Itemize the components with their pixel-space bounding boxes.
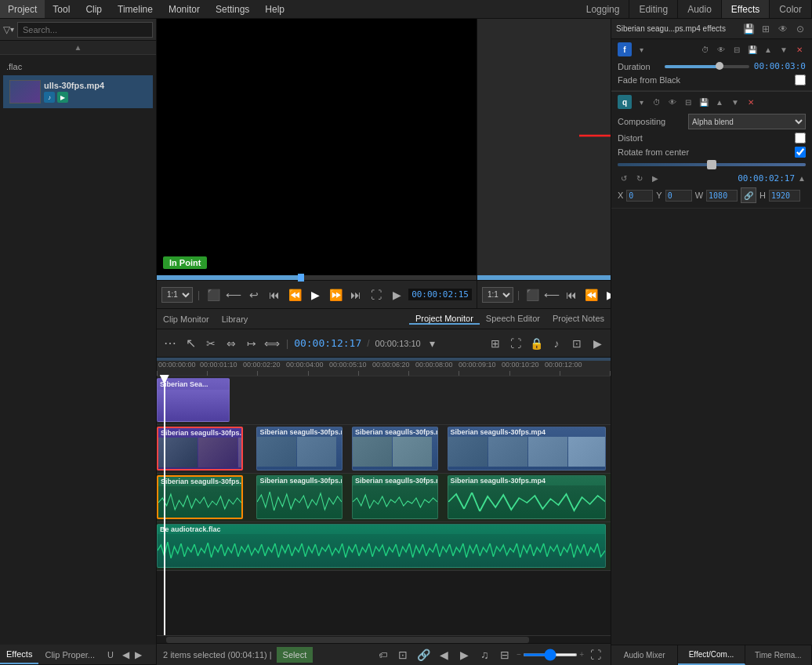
fade-from-black-checkbox[interactable] — [795, 74, 806, 85]
clip-a1-1[interactable]: Siberian seagulls-30fps.mp4 — [157, 475, 243, 519]
transform-timecode-up[interactable]: ▲ — [798, 174, 806, 183]
y-input[interactable] — [665, 190, 692, 202]
timeline-snap-btn[interactable]: ⋯ — [161, 335, 179, 352]
list-item[interactable]: ulls-30fps.mp4 ♪ ▶ — [3, 75, 153, 108]
timeline-cut-btn[interactable]: ✂ — [202, 335, 219, 352]
arrow-l-btn[interactable]: ◀ — [435, 646, 452, 663]
effects-layout-btn[interactable]: ⊞ — [759, 22, 773, 36]
timeline-time-dropdown[interactable]: ▾ — [424, 335, 441, 352]
transform-rotate-cw[interactable]: ↻ — [633, 172, 646, 184]
effects-eye-btn[interactable]: 👁 — [776, 22, 790, 36]
clip-ctrl-2[interactable]: ⟵ — [225, 286, 242, 303]
tab-nav-left[interactable]: ◀ — [120, 645, 132, 664]
search-input[interactable] — [17, 22, 153, 38]
clip-v1-3[interactable]: Siberian seagulls-30fps.mp4 — [352, 427, 438, 471]
menu-timeline[interactable]: Timeline — [110, 0, 161, 18]
clip-progress-thumb[interactable] — [298, 274, 304, 282]
filter-icon[interactable]: ▽ — [3, 24, 10, 35]
transform-dropdown-btn[interactable]: ▾ — [635, 96, 647, 108]
tab-project-monitor[interactable]: Project Monitor — [409, 314, 480, 325]
tab-library[interactable]: Library — [216, 309, 255, 329]
transform-delete-btn[interactable]: ✕ — [745, 96, 757, 108]
menu-settings[interactable]: Settings — [208, 0, 257, 18]
clip-a1-4[interactable]: Siberian seagulls-30fps.mp4 — [448, 475, 607, 519]
clip-prev-frame-btn[interactable]: ⏪ — [286, 286, 303, 303]
menu-monitor[interactable]: Monitor — [161, 0, 208, 18]
transform-clock-btn[interactable]: ⏱ — [651, 96, 663, 108]
clip-fullscreen-btn[interactable]: ⛶ — [368, 286, 385, 303]
fit-btn[interactable]: ⛶ — [587, 646, 604, 663]
menu-help[interactable]: Help — [257, 0, 292, 18]
fade-delete-btn[interactable]: ✕ — [793, 43, 806, 56]
tab-u[interactable]: U — [101, 645, 120, 664]
workspace-tab-effects[interactable]: Effects — [722, 0, 770, 18]
clip-monitor-progress[interactable] — [157, 275, 477, 280]
tag-btn[interactable]: 🏷 — [374, 646, 391, 663]
clip-zoom-select[interactable]: 1:11:22:1 — [161, 287, 193, 303]
fade-eye-btn[interactable]: 👁 — [715, 43, 727, 56]
clip-more-btn[interactable]: ▶ — [388, 286, 405, 303]
rotate-checkbox[interactable] — [795, 147, 806, 158]
menu-clip[interactable]: Clip — [78, 0, 110, 18]
zoom-slider-container[interactable]: − + — [517, 650, 584, 659]
fade-save-btn[interactable]: 💾 — [746, 43, 759, 56]
clip-rewind-btn[interactable]: ⏮ — [266, 286, 283, 303]
clip-v1-1[interactable]: Siberian seagulls-30fps.mp4 — [157, 427, 243, 471]
transform-play-btn[interactable]: ▶ — [649, 172, 662, 184]
h-input[interactable] — [769, 190, 800, 202]
transform-down-btn[interactable]: ▼ — [729, 96, 741, 108]
clip-v2-1[interactable]: Siberian Sea... — [157, 378, 230, 422]
clip-ctrl-3[interactable]: ↩ — [245, 286, 263, 303]
duration-slider-thumb[interactable] — [716, 62, 723, 70]
duration-slider[interactable] — [665, 65, 749, 68]
proj-rewind-btn[interactable]: ⏮ — [563, 286, 580, 303]
tab-time-rema[interactable]: Time Rema... — [745, 645, 812, 665]
filter-dropdown-icon[interactable]: ▾ — [10, 25, 14, 34]
timeline-lock-btn[interactable]: 🔒 — [527, 335, 545, 352]
transform-effect-icon[interactable]: q — [618, 95, 632, 109]
scroll-up-btn[interactable]: ▲ — [0, 41, 156, 55]
list-item[interactable]: .flac — [3, 58, 153, 75]
fade-dropdown-btn[interactable]: ▾ — [635, 43, 647, 56]
proj-ctrl-2[interactable]: ⟵ — [543, 286, 560, 303]
transform-up-btn[interactable]: ▲ — [713, 96, 726, 108]
timeline-scrollbar[interactable] — [157, 635, 611, 643]
fade-up-btn[interactable]: ▲ — [762, 43, 774, 56]
fade-effect-icon[interactable]: f — [618, 42, 632, 56]
tab-project-notes[interactable]: Project Notes — [546, 314, 611, 323]
w-input[interactable] — [706, 190, 738, 202]
zoom-slider[interactable] — [523, 653, 578, 656]
fade-clock-btn[interactable]: ⏱ — [699, 43, 712, 56]
timeline-slip-btn[interactable]: ↦ — [243, 335, 260, 352]
clip-a1-3[interactable]: Siberian seagulls-30fps.mp4 — [352, 475, 438, 519]
workspace-tab-audio[interactable]: Audio — [678, 0, 722, 18]
clip-v1-4[interactable]: Siberian seagulls-30fps.mp4 — [448, 427, 607, 471]
tab-audio-mixer[interactable]: Audio Mixer — [611, 645, 678, 665]
effects-save-btn[interactable]: 💾 — [741, 22, 756, 36]
h-slider-thumb[interactable] — [707, 160, 716, 169]
proj-play-btn[interactable]: ▶ — [602, 286, 611, 303]
timeline-spacer-btn[interactable]: ⟺ — [263, 335, 281, 352]
tab-effect-com[interactable]: Effect/Com... — [678, 645, 745, 665]
h-slider[interactable] — [618, 163, 806, 166]
transform-link-btn[interactable]: ⊟ — [682, 96, 694, 108]
audio-mixer-btn[interactable]: ♫ — [476, 646, 493, 663]
timeline-more-btn[interactable]: ▶ — [589, 335, 606, 352]
transform-rotate-ccw[interactable]: ↺ — [618, 172, 630, 184]
timeline-ripple-btn[interactable]: ⇔ — [223, 335, 240, 352]
fade-link-btn[interactable]: ⊟ — [730, 43, 743, 56]
tab-nav-right[interactable]: ▶ — [132, 645, 145, 664]
fade-down-btn[interactable]: ▼ — [778, 43, 790, 56]
proj-ctrl-1[interactable]: ⬛ — [524, 286, 541, 303]
proj-prev-btn[interactable]: ⏪ — [582, 286, 600, 303]
workspace-tab-color[interactable]: Color — [770, 0, 812, 18]
arrow-r-btn[interactable]: ▶ — [455, 646, 473, 663]
select-btn[interactable]: Select — [277, 647, 314, 663]
clip-play-btn[interactable]: ▶ — [306, 286, 324, 303]
timeline-audio-btn[interactable]: ♪ — [548, 335, 565, 352]
wh-link-btn[interactable]: 🔗 — [741, 187, 756, 203]
project-monitor-progress[interactable] — [477, 275, 611, 280]
distort-checkbox[interactable] — [795, 133, 806, 144]
tab-speech-editor[interactable]: Speech Editor — [480, 314, 546, 323]
clip-next-frame-btn[interactable]: ⏩ — [327, 286, 344, 303]
